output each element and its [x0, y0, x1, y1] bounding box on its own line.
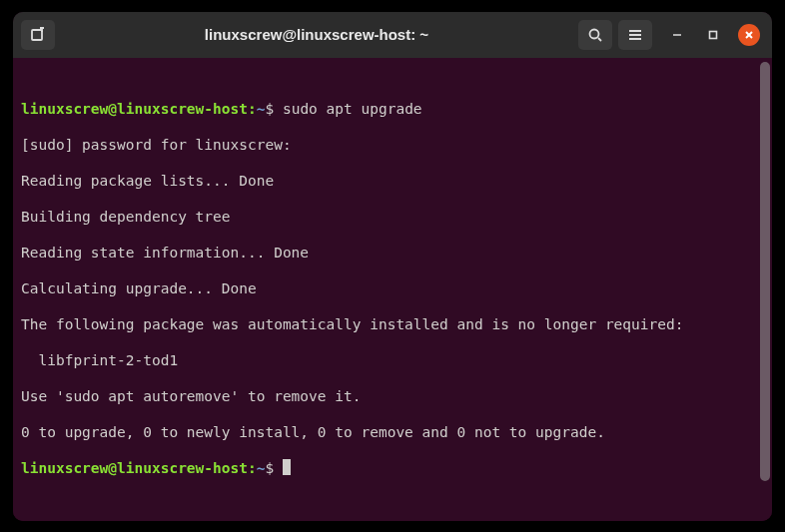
output-line: Reading state information... Done [21, 244, 764, 262]
search-icon [587, 27, 603, 43]
prompt-colon: : [248, 101, 257, 117]
search-button[interactable] [578, 20, 612, 50]
output-line: Calculating upgrade... Done [21, 279, 764, 297]
minimize-icon [672, 30, 682, 40]
svg-point-3 [590, 29, 599, 38]
close-button[interactable] [738, 24, 760, 46]
hamburger-icon [627, 27, 643, 43]
output-line: The following package was automatically … [21, 315, 764, 333]
prompt-colon: : [248, 460, 257, 476]
prompt-dollar: $ [265, 101, 274, 117]
cursor [283, 459, 291, 475]
minimize-button[interactable] [666, 24, 688, 46]
svg-rect-0 [32, 30, 42, 40]
svg-line-4 [598, 38, 601, 41]
terminal-body[interactable]: linuxscrew@linuxscrew-host:~$ sudo apt u… [13, 58, 772, 521]
maximize-icon [708, 30, 718, 40]
scrollbar[interactable] [760, 62, 770, 481]
prompt-line-1: linuxscrew@linuxscrew-host:~$ sudo apt u… [21, 100, 764, 118]
prompt-user: linuxscrew@linuxscrew-host [21, 460, 248, 476]
window-controls [658, 24, 764, 46]
output-line: [sudo] password for linuxscrew: [21, 136, 764, 154]
new-tab-button[interactable] [21, 20, 55, 50]
prompt-line-2: linuxscrew@linuxscrew-host:~$ [21, 459, 764, 477]
menu-button[interactable] [618, 20, 652, 50]
command-1: sudo apt upgrade [283, 101, 422, 117]
prompt-dollar: $ [265, 460, 274, 476]
maximize-button[interactable] [702, 24, 724, 46]
output-line: 0 to upgrade, 0 to newly install, 0 to r… [21, 423, 764, 441]
new-tab-icon [30, 27, 46, 43]
output-line: libfprint-2-tod1 [21, 351, 764, 369]
output-line: Building dependency tree [21, 208, 764, 226]
close-icon [744, 30, 754, 40]
svg-rect-9 [710, 31, 717, 38]
titlebar: linuxscrew@linuxscrew-host: ~ [13, 12, 772, 58]
output-line: Use 'sudo apt autoremove' to remove it. [21, 387, 764, 405]
prompt-user: linuxscrew@linuxscrew-host [21, 101, 248, 117]
terminal-window: linuxscrew@linuxscrew-host: ~ linuxscrew… [13, 12, 772, 521]
output-line: Reading package lists... Done [21, 172, 764, 190]
window-title: linuxscrew@linuxscrew-host: ~ [61, 26, 572, 43]
